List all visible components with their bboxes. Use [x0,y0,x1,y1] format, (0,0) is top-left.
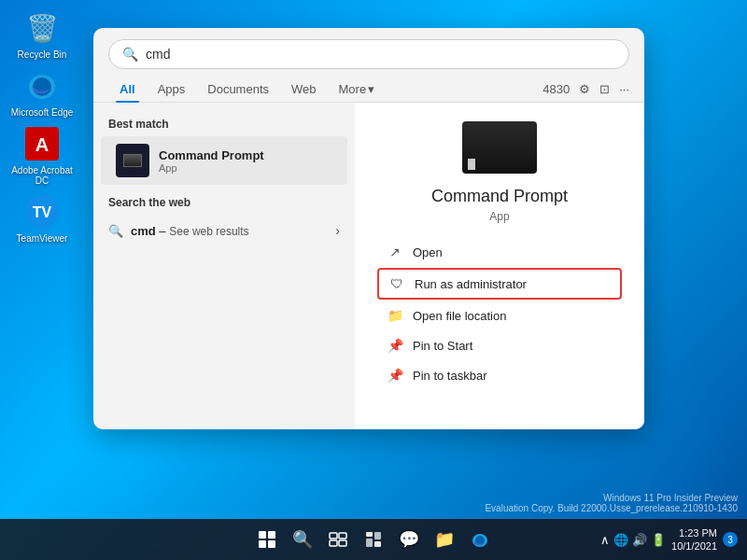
open-label: Open [413,245,443,259]
teamviewer-label: TeamViewer [17,233,68,244]
web-search-item[interactable]: 🔍 cmd – See web results › [108,217,340,245]
widgets-button[interactable] [359,525,388,554]
best-match-item[interactable]: Command Prompt App [101,136,347,185]
left-panel: Best match Command Prompt App Search the… [93,103,355,429]
svg-rect-8 [259,540,266,548]
desktop-icon-edge[interactable]: Microsoft Edge [9,67,75,118]
svg-rect-12 [330,540,337,546]
watermark-line2: Evaluation Copy. Build 22000.Usse_prerel… [485,503,738,513]
app-detail-name: Command Prompt [431,187,568,206]
svg-rect-6 [259,531,266,539]
recycle-bin-icon: 🗑️ [23,9,61,47]
web-search-text-wrap: cmd – See web results [131,222,249,239]
terminal-cursor [468,159,475,170]
action-list: ↗ Open 🛡 Run as administrator 📁 Open fil… [377,238,622,389]
volume-icon: 🔊 [632,533,647,547]
search-panel: 🔍 cmd All Apps Documents Web More ▾ 4830… [93,28,644,429]
recycle-bin-label: Recycle Bin [18,49,67,60]
open-icon: ↗ [387,245,403,259]
web-search-section: Search the web 🔍 cmd – See web results › [93,185,355,248]
app-detail-type: App [489,210,509,223]
action-run-as-admin[interactable]: 🛡 Run as administrator [377,268,622,300]
desktop-icon-recycle-bin[interactable]: 🗑️ Recycle Bin [9,9,75,60]
time-display: 1:23 PM [671,526,717,539]
svg-rect-7 [268,531,275,539]
pin-taskbar-icon: 📌 [387,368,403,383]
adobe-icon: A [23,125,61,162]
clock[interactable]: 1:23 PM 10/1/2021 [671,526,717,553]
search-button[interactable]: 🔍 [288,525,317,554]
tab-apps[interactable]: Apps [147,77,197,102]
action-open[interactable]: ↗ Open [377,238,622,266]
tabs-right-area: 4830 ⚙ ⊡ ··· [543,82,629,96]
teamviewer-icon: TV [23,193,61,231]
system-tray: ∧ 🌐 🔊 🔋 [600,533,666,547]
teams-button[interactable]: 💬 [394,525,424,554]
web-link-text: See web results [169,225,248,238]
tab-documents[interactable]: Documents [196,77,280,102]
taskbar-center: 🔍 💬 📁 [252,525,495,554]
more-icon: ··· [619,82,629,96]
search-icon: 🔍 [122,47,138,62]
taskbar: 🔍 💬 📁 [0,519,747,560]
file-location-icon: 📁 [387,308,403,323]
panel-body: Best match Command Prompt App Search the… [93,103,644,429]
result-info: Command Prompt App [159,148,264,174]
watermark-line1: Windows 11 Pro Insider Preview [485,493,738,503]
pin-start-icon: 📌 [387,338,403,353]
date-display: 10/1/2021 [671,539,717,553]
tab-web[interactable]: Web [280,77,328,102]
right-panel: Command Prompt App ↗ Open 🛡 Run as admin… [355,103,644,429]
web-search-arrow-icon: › [335,223,340,238]
result-count: 4830 [543,82,570,96]
web-query-text: cmd [131,224,159,238]
action-pin-to-start[interactable]: 📌 Pin to Start [377,331,622,359]
search-input-wrap[interactable]: 🔍 cmd [108,39,629,69]
best-match-label: Best match [93,114,355,136]
pin-start-label: Pin to Start [413,339,472,353]
admin-label: Run as administrator [415,277,527,291]
edge-icon [23,67,61,105]
chevron-up-icon[interactable]: ∧ [600,533,610,547]
svg-text:TV: TV [33,204,52,220]
file-explorer-button[interactable]: 📁 [430,525,459,554]
task-view-button[interactable] [323,525,353,554]
taskbar-right: ∧ 🌐 🔊 🔋 1:23 PM 10/1/2021 3 [600,526,738,553]
desktop-icon-area: 🗑️ Recycle Bin Microsoft Edge A Adobe Ac… [9,9,75,244]
edge-taskbar-button[interactable] [465,525,495,554]
app-preview-icon [462,121,537,174]
action-pin-to-taskbar[interactable]: 📌 Pin to taskbar [377,361,622,389]
desktop-icon-teamviewer[interactable]: TV TeamViewer [9,193,75,244]
cmd-icon [116,144,149,177]
svg-rect-16 [366,539,373,547]
filter-icon: ⚙ [579,82,590,96]
svg-rect-11 [339,533,346,539]
network-icon: 🌐 [613,533,628,547]
web-section-label: Search the web [108,196,340,209]
svg-rect-14 [366,532,373,537]
action-open-file-location[interactable]: 📁 Open file location [377,301,622,329]
admin-icon: 🛡 [388,276,405,291]
svg-rect-17 [374,541,381,547]
search-input[interactable]: cmd [146,47,615,62]
search-bar-area: 🔍 cmd [93,28,644,69]
tab-more[interactable]: More ▾ [328,77,387,102]
battery-icon: 🔋 [651,533,666,547]
desktop-icon-adobe[interactable]: A Adobe Acrobat DC [9,125,75,186]
watermark: Windows 11 Pro Insider Preview Evaluatio… [485,493,738,513]
start-button[interactable] [252,525,282,554]
pin-taskbar-label: Pin to taskbar [413,369,487,383]
result-type: App [159,162,264,174]
notification-badge[interactable]: 3 [723,532,738,547]
web-search-icon: 🔍 [108,224,123,238]
edge-label: Microsoft Edge [11,107,74,118]
svg-rect-10 [330,533,337,539]
svg-rect-9 [268,540,275,548]
svg-rect-13 [339,540,346,546]
search-tabs: All Apps Documents Web More ▾ 4830 ⚙ ⊡ ·… [93,69,644,103]
share-icon: ⊡ [599,82,610,96]
web-link-sep: – [159,224,169,238]
file-location-label: Open file location [413,309,506,323]
tab-all[interactable]: All [108,77,147,102]
svg-text:A: A [35,134,49,155]
